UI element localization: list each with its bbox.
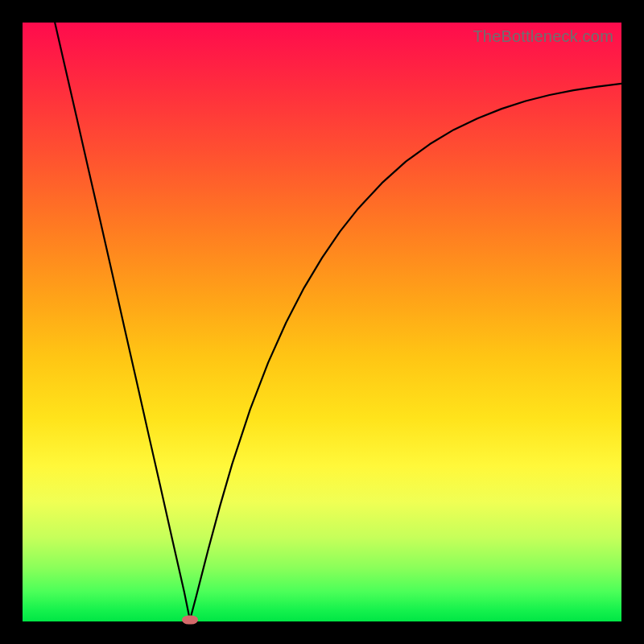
minimum-marker	[182, 616, 198, 625]
chart-frame: TheBottleneck.com	[0, 0, 644, 644]
bottleneck-curve	[55, 23, 621, 620]
curve-layer	[23, 23, 621, 621]
plot-area: TheBottleneck.com	[23, 23, 621, 621]
